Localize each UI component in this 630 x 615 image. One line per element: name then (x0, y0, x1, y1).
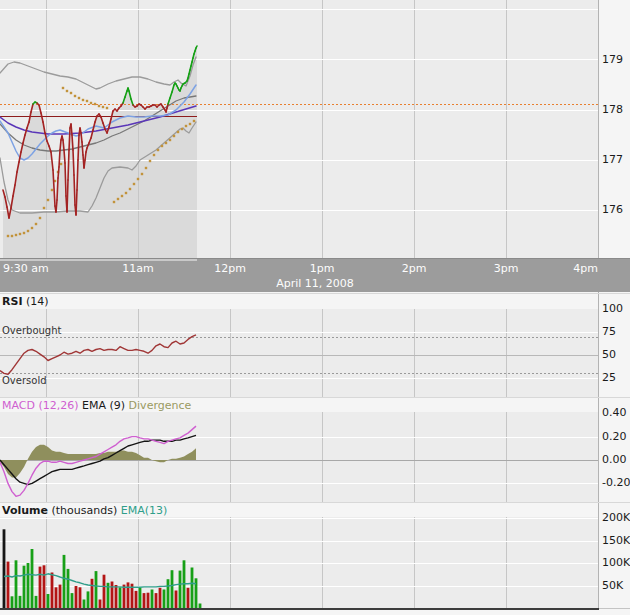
parabolic-sar-dot (133, 183, 135, 185)
chart-canvas (0, 0, 630, 615)
volume-bar (55, 587, 58, 608)
axis-tick-label: 176 (602, 203, 623, 216)
macd-title-ema: EMA (9) (79, 399, 126, 412)
volume-bar (159, 588, 162, 608)
axis-tick-label: 0.40 (602, 406, 627, 419)
parabolic-sar-dot (31, 227, 33, 229)
parabolic-sar-dot (66, 90, 68, 92)
price-line-segment (74, 175, 75, 205)
volume-bar (23, 566, 26, 608)
axis-tick-label: 177 (602, 153, 623, 166)
volume-bar (11, 596, 14, 608)
time-tick-label: 3pm (494, 262, 519, 275)
panel-separator (0, 293, 630, 294)
volume-bar (75, 586, 78, 608)
parabolic-sar-dot (70, 92, 72, 94)
axis-tick-label: 150K (602, 534, 630, 547)
volume-bar (151, 590, 154, 609)
price-line-segment (64, 150, 65, 163)
volume-bar (139, 588, 142, 608)
parabolic-sar-dot (35, 223, 37, 225)
volume-bar (191, 568, 194, 609)
volume-bar (3, 529, 6, 608)
parabolic-sar-dot (185, 125, 187, 127)
volume-bar (71, 593, 74, 608)
axis-tick-label: 75 (602, 325, 616, 338)
panel-separator (0, 397, 630, 398)
parabolic-sar-dot (82, 99, 84, 101)
price-line-segment (71, 124, 72, 135)
time-tick-label: 11am (122, 262, 153, 275)
parabolic-sar-dot (137, 178, 139, 180)
price-line-segment (56, 200, 57, 212)
parabolic-sar-dot (157, 149, 159, 151)
price-line-segment (73, 150, 74, 175)
time-axis-bar: 9:30 am11am12pm1pm2pm3pm4pm (0, 258, 630, 276)
parabolic-sar-dot (169, 139, 171, 141)
volume-bar (99, 600, 102, 609)
price-line-segment (76, 190, 77, 215)
parabolic-sar-dot (161, 145, 163, 147)
price-line-segment (77, 160, 78, 190)
volume-bar (59, 585, 62, 608)
volume-bar (195, 578, 198, 608)
parabolic-sar-dot (173, 135, 175, 137)
date-label: April 11, 2008 (276, 277, 354, 290)
price-line-segment (59, 150, 60, 167)
volume-bar (119, 587, 122, 608)
parabolic-sar-dot (165, 142, 167, 144)
volume-bar (115, 585, 118, 608)
rsi-title-param: (14) (23, 295, 49, 308)
volume-bar (175, 591, 178, 609)
volume-bar (27, 563, 30, 608)
price-line-segment (72, 135, 73, 150)
axis-tick-label: 100 (602, 302, 623, 315)
volume-bar (127, 582, 130, 608)
parabolic-sar-dot (47, 199, 49, 201)
parabolic-sar-dot (39, 217, 41, 219)
time-tick-label: 12pm (214, 262, 246, 275)
price-line-segment (84, 160, 85, 168)
price-line-segment (67, 180, 68, 212)
axis-tick-label: -0.20 (602, 476, 630, 489)
price-line-segment (196, 46, 197, 48)
volume-bar (35, 596, 38, 608)
price-line-segment (65, 163, 66, 196)
session-data-strip (0, 259, 197, 261)
time-tick-label: 9:30 am (3, 262, 49, 275)
price-line-segment (69, 128, 70, 150)
parabolic-sar-dot (90, 102, 92, 104)
parabolic-sar-dot (74, 95, 76, 97)
time-tick-label: 2pm (402, 262, 427, 275)
parabolic-sar-dot (62, 87, 64, 89)
price-line-segment (63, 140, 64, 150)
axis-tick-label: 50 (602, 348, 616, 361)
volume-bar (19, 596, 22, 608)
volume-bar (123, 585, 126, 608)
parabolic-sar-dot (27, 230, 29, 232)
stock-chart-page: 9:30 am11am12pm1pm2pm3pm4pm April 11, 20… (0, 0, 630, 615)
parabolic-sar-dot (11, 235, 13, 237)
oversold-label: Oversold (2, 375, 47, 386)
volume-bar (67, 569, 70, 608)
price-line-segment (82, 142, 83, 155)
price-line-segment (68, 150, 69, 180)
price-line-segment (81, 133, 82, 142)
volume-bar (51, 573, 54, 609)
macd-title-macd: MACD (12,26) (2, 399, 79, 412)
volume-bar (63, 555, 66, 608)
parabolic-sar-dot (181, 128, 183, 130)
panel-background (0, 517, 598, 608)
rsi-panel-title: RSI (14) (2, 295, 49, 308)
volume-bar (171, 570, 174, 608)
volume-bar (163, 590, 166, 609)
parabolic-sar-dot (145, 167, 147, 169)
macd-title-divergence: Divergence (125, 399, 191, 412)
price-line-segment (85, 152, 86, 160)
panel-separator (0, 502, 630, 503)
parabolic-sar-dot (106, 107, 108, 109)
parabolic-sar-dot (94, 103, 96, 105)
volume-bar (147, 593, 150, 608)
volume-panel-title: Volume (thousands) EMA(13) (2, 504, 167, 517)
axis-tick-label: 100K (602, 556, 630, 569)
